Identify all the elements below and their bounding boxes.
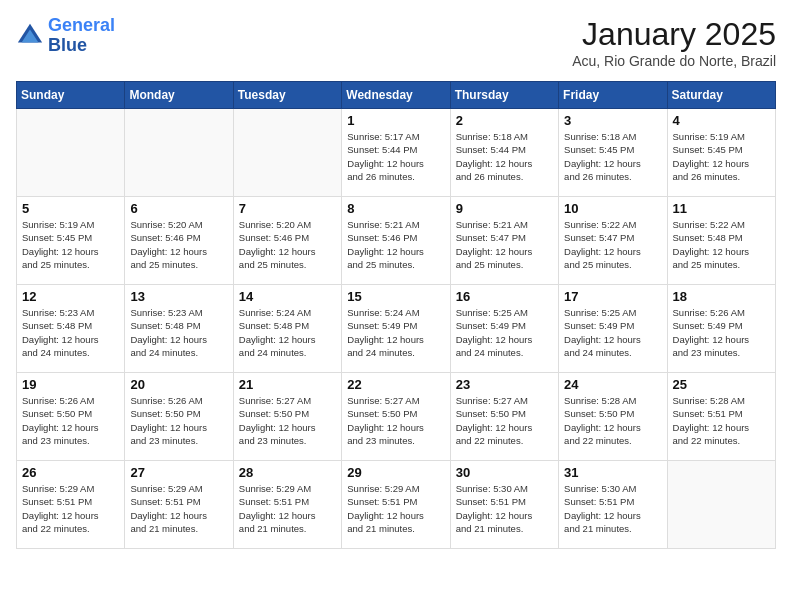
day-info: Sunrise: 5:23 AM Sunset: 5:48 PM Dayligh… [130, 306, 227, 359]
day-number: 19 [22, 377, 119, 392]
page-header: General Blue January 2025 Acu, Rio Grand… [16, 16, 776, 69]
day-number: 9 [456, 201, 553, 216]
day-number: 27 [130, 465, 227, 480]
day-number: 25 [673, 377, 770, 392]
calendar-cell: 13Sunrise: 5:23 AM Sunset: 5:48 PM Dayli… [125, 285, 233, 373]
day-number: 21 [239, 377, 336, 392]
day-number: 8 [347, 201, 444, 216]
calendar-cell [667, 461, 775, 549]
day-info: Sunrise: 5:21 AM Sunset: 5:46 PM Dayligh… [347, 218, 444, 271]
header-wednesday: Wednesday [342, 82, 450, 109]
week-row-5: 26Sunrise: 5:29 AM Sunset: 5:51 PM Dayli… [17, 461, 776, 549]
calendar-cell: 30Sunrise: 5:30 AM Sunset: 5:51 PM Dayli… [450, 461, 558, 549]
day-number: 14 [239, 289, 336, 304]
week-row-1: 1Sunrise: 5:17 AM Sunset: 5:44 PM Daylig… [17, 109, 776, 197]
day-number: 15 [347, 289, 444, 304]
day-info: Sunrise: 5:18 AM Sunset: 5:44 PM Dayligh… [456, 130, 553, 183]
header-saturday: Saturday [667, 82, 775, 109]
day-info: Sunrise: 5:29 AM Sunset: 5:51 PM Dayligh… [130, 482, 227, 535]
day-info: Sunrise: 5:18 AM Sunset: 5:45 PM Dayligh… [564, 130, 661, 183]
day-info: Sunrise: 5:27 AM Sunset: 5:50 PM Dayligh… [239, 394, 336, 447]
calendar-cell: 27Sunrise: 5:29 AM Sunset: 5:51 PM Dayli… [125, 461, 233, 549]
week-row-3: 12Sunrise: 5:23 AM Sunset: 5:48 PM Dayli… [17, 285, 776, 373]
calendar-cell: 3Sunrise: 5:18 AM Sunset: 5:45 PM Daylig… [559, 109, 667, 197]
day-number: 3 [564, 113, 661, 128]
header-monday: Monday [125, 82, 233, 109]
calendar-cell: 22Sunrise: 5:27 AM Sunset: 5:50 PM Dayli… [342, 373, 450, 461]
calendar-cell: 18Sunrise: 5:26 AM Sunset: 5:49 PM Dayli… [667, 285, 775, 373]
calendar-cell: 2Sunrise: 5:18 AM Sunset: 5:44 PM Daylig… [450, 109, 558, 197]
day-info: Sunrise: 5:28 AM Sunset: 5:50 PM Dayligh… [564, 394, 661, 447]
logo: General Blue [16, 16, 115, 56]
calendar-header-row: SundayMondayTuesdayWednesdayThursdayFrid… [17, 82, 776, 109]
calendar-cell: 8Sunrise: 5:21 AM Sunset: 5:46 PM Daylig… [342, 197, 450, 285]
day-info: Sunrise: 5:27 AM Sunset: 5:50 PM Dayligh… [456, 394, 553, 447]
calendar-cell: 10Sunrise: 5:22 AM Sunset: 5:47 PM Dayli… [559, 197, 667, 285]
day-number: 31 [564, 465, 661, 480]
calendar-cell: 17Sunrise: 5:25 AM Sunset: 5:49 PM Dayli… [559, 285, 667, 373]
calendar-cell: 6Sunrise: 5:20 AM Sunset: 5:46 PM Daylig… [125, 197, 233, 285]
calendar-cell: 1Sunrise: 5:17 AM Sunset: 5:44 PM Daylig… [342, 109, 450, 197]
calendar-cell: 5Sunrise: 5:19 AM Sunset: 5:45 PM Daylig… [17, 197, 125, 285]
day-info: Sunrise: 5:26 AM Sunset: 5:50 PM Dayligh… [22, 394, 119, 447]
day-number: 16 [456, 289, 553, 304]
day-number: 2 [456, 113, 553, 128]
calendar-cell: 29Sunrise: 5:29 AM Sunset: 5:51 PM Dayli… [342, 461, 450, 549]
day-info: Sunrise: 5:29 AM Sunset: 5:51 PM Dayligh… [239, 482, 336, 535]
calendar-cell [125, 109, 233, 197]
day-info: Sunrise: 5:19 AM Sunset: 5:45 PM Dayligh… [22, 218, 119, 271]
calendar-cell: 12Sunrise: 5:23 AM Sunset: 5:48 PM Dayli… [17, 285, 125, 373]
calendar-subtitle: Acu, Rio Grande do Norte, Brazil [572, 53, 776, 69]
day-number: 10 [564, 201, 661, 216]
day-number: 30 [456, 465, 553, 480]
day-info: Sunrise: 5:25 AM Sunset: 5:49 PM Dayligh… [564, 306, 661, 359]
day-number: 4 [673, 113, 770, 128]
day-number: 5 [22, 201, 119, 216]
header-friday: Friday [559, 82, 667, 109]
calendar-cell: 11Sunrise: 5:22 AM Sunset: 5:48 PM Dayli… [667, 197, 775, 285]
calendar-cell: 25Sunrise: 5:28 AM Sunset: 5:51 PM Dayli… [667, 373, 775, 461]
calendar-cell: 20Sunrise: 5:26 AM Sunset: 5:50 PM Dayli… [125, 373, 233, 461]
header-tuesday: Tuesday [233, 82, 341, 109]
day-number: 28 [239, 465, 336, 480]
day-info: Sunrise: 5:22 AM Sunset: 5:48 PM Dayligh… [673, 218, 770, 271]
day-info: Sunrise: 5:29 AM Sunset: 5:51 PM Dayligh… [347, 482, 444, 535]
day-info: Sunrise: 5:21 AM Sunset: 5:47 PM Dayligh… [456, 218, 553, 271]
day-info: Sunrise: 5:30 AM Sunset: 5:51 PM Dayligh… [456, 482, 553, 535]
day-number: 29 [347, 465, 444, 480]
day-info: Sunrise: 5:19 AM Sunset: 5:45 PM Dayligh… [673, 130, 770, 183]
logo-icon [16, 22, 44, 50]
calendar-cell: 14Sunrise: 5:24 AM Sunset: 5:48 PM Dayli… [233, 285, 341, 373]
day-number: 1 [347, 113, 444, 128]
week-row-4: 19Sunrise: 5:26 AM Sunset: 5:50 PM Dayli… [17, 373, 776, 461]
day-info: Sunrise: 5:20 AM Sunset: 5:46 PM Dayligh… [239, 218, 336, 271]
header-thursday: Thursday [450, 82, 558, 109]
day-info: Sunrise: 5:20 AM Sunset: 5:46 PM Dayligh… [130, 218, 227, 271]
calendar-cell: 28Sunrise: 5:29 AM Sunset: 5:51 PM Dayli… [233, 461, 341, 549]
day-number: 18 [673, 289, 770, 304]
calendar-cell: 15Sunrise: 5:24 AM Sunset: 5:49 PM Dayli… [342, 285, 450, 373]
day-number: 6 [130, 201, 227, 216]
day-info: Sunrise: 5:23 AM Sunset: 5:48 PM Dayligh… [22, 306, 119, 359]
day-number: 24 [564, 377, 661, 392]
calendar-cell: 4Sunrise: 5:19 AM Sunset: 5:45 PM Daylig… [667, 109, 775, 197]
day-info: Sunrise: 5:17 AM Sunset: 5:44 PM Dayligh… [347, 130, 444, 183]
day-number: 22 [347, 377, 444, 392]
day-number: 23 [456, 377, 553, 392]
day-number: 20 [130, 377, 227, 392]
day-info: Sunrise: 5:24 AM Sunset: 5:49 PM Dayligh… [347, 306, 444, 359]
day-number: 11 [673, 201, 770, 216]
calendar-cell: 23Sunrise: 5:27 AM Sunset: 5:50 PM Dayli… [450, 373, 558, 461]
day-info: Sunrise: 5:30 AM Sunset: 5:51 PM Dayligh… [564, 482, 661, 535]
calendar-title: January 2025 [572, 16, 776, 53]
calendar-cell: 16Sunrise: 5:25 AM Sunset: 5:49 PM Dayli… [450, 285, 558, 373]
day-info: Sunrise: 5:25 AM Sunset: 5:49 PM Dayligh… [456, 306, 553, 359]
calendar-cell: 9Sunrise: 5:21 AM Sunset: 5:47 PM Daylig… [450, 197, 558, 285]
day-info: Sunrise: 5:27 AM Sunset: 5:50 PM Dayligh… [347, 394, 444, 447]
week-row-2: 5Sunrise: 5:19 AM Sunset: 5:45 PM Daylig… [17, 197, 776, 285]
day-number: 17 [564, 289, 661, 304]
day-number: 7 [239, 201, 336, 216]
header-sunday: Sunday [17, 82, 125, 109]
calendar-cell [233, 109, 341, 197]
calendar-cell [17, 109, 125, 197]
